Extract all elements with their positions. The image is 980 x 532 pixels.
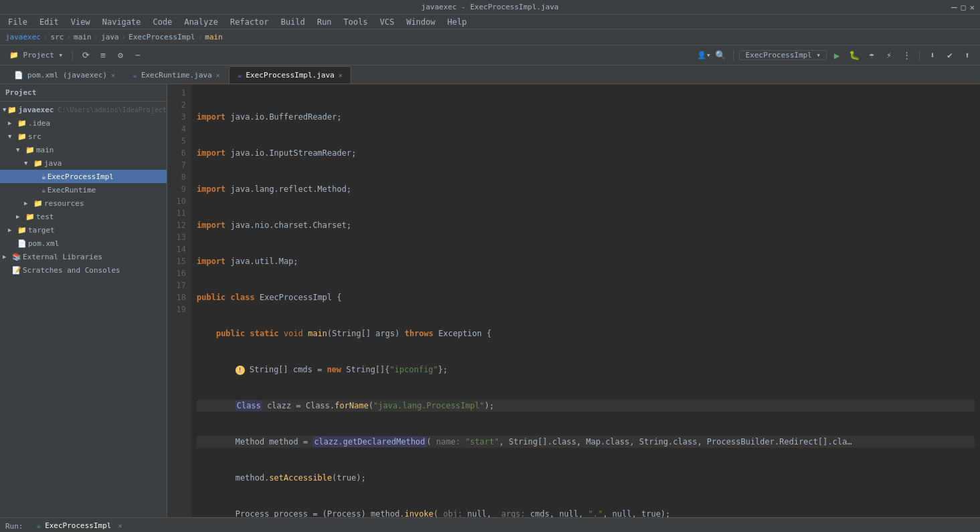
tree-label-test: test: [36, 213, 54, 221]
tree-src[interactable]: ▼ 📁 src: [0, 130, 167, 143]
menu-edit[interactable]: Edit: [34, 16, 64, 28]
sync-btn[interactable]: ⟳: [78, 48, 93, 63]
bottom-tabs: Run: ☕ ExecProcessImpl ✕: [0, 518, 980, 532]
window-controls[interactable]: ─ □ ✕: [951, 0, 975, 15]
search-everywhere-btn[interactable]: 🔍: [713, 48, 728, 63]
toolbar: 📁 Project ▾ ⟳ ≡ ⚙ − 👤▾ 🔍 ExecProcessImpl…: [0, 45, 980, 65]
tree-javaexec[interactable]: ▼ 📁 javaexec C:\Users\admins\IdeaProject…: [0, 103, 167, 116]
toolbar-sep-2: [733, 50, 734, 61]
tree-test[interactable]: ▶ 📁 test: [0, 210, 167, 223]
coverage-btn[interactable]: ☂: [864, 48, 879, 63]
menu-analyze[interactable]: Analyze: [179, 16, 223, 28]
menu-vcs[interactable]: VCS: [375, 16, 400, 28]
java-icon-execruntime: ☕: [41, 186, 46, 194]
menu-window[interactable]: Window: [401, 16, 440, 28]
profile-btn[interactable]: ⚡: [882, 48, 896, 63]
tab-pom[interactable]: 📄 pom.xml (javaexec) ✕: [5, 66, 124, 84]
vcs-commit-btn[interactable]: ✔: [943, 48, 957, 63]
tab-execruntime[interactable]: ☕ ExecRuntime.java ✕: [124, 66, 229, 84]
tab-pom-close[interactable]: ✕: [111, 72, 115, 79]
code-line-10: Method method = clazz.getDeclaredMethod(…: [197, 436, 975, 448]
tree-label-src: src: [28, 132, 41, 141]
run-tab-close[interactable]: ✕: [118, 522, 122, 529]
breadcrumb-main[interactable]: main: [74, 33, 92, 41]
title-text: javaexec - ExecProcessImpl.java: [421, 3, 559, 11]
code-line-1: import java.io.BufferedReader;: [197, 111, 975, 123]
code-line-8: ! String[] cmds = new String[]{"ipconfig…: [197, 364, 975, 376]
ln-4: 4: [167, 123, 186, 135]
vcs-push-btn[interactable]: ⬆: [960, 48, 975, 63]
tree-arrow-test: ▶: [16, 213, 24, 220]
menu-file[interactable]: File: [3, 16, 33, 28]
more-run-btn[interactable]: ⋮: [899, 48, 914, 63]
tab-execprocessimpl[interactable]: ☕ ExecProcessImpl.java ✕: [229, 66, 351, 84]
menu-code[interactable]: Code: [148, 16, 178, 28]
minimize-icon[interactable]: ─: [951, 2, 957, 13]
tree-java[interactable]: ▼ 📁 java: [0, 156, 167, 170]
tree-ext-libs[interactable]: ▶ 📚 External Libraries: [0, 250, 167, 263]
sidebar-header: Project: [0, 84, 167, 102]
ln-13: 13: [167, 231, 186, 243]
tab-execprocessimpl-close[interactable]: ✕: [338, 72, 342, 79]
tree-arrow-idea: ▶: [8, 120, 16, 126]
code-scroll[interactable]: 1 2 3 4 5 ▶ 6 ▶ 7 8 9 10 11 12 13 14: [167, 84, 980, 517]
breadcrumb-src[interactable]: src: [51, 33, 64, 41]
ln-10: 10: [167, 195, 186, 207]
breadcrumb-bar: javaexec › src › main › java › ExecProce…: [0, 29, 980, 45]
collapse-all-btn[interactable]: ≡: [96, 48, 110, 63]
ln-18: ▼ 18: [167, 291, 186, 303]
tree-label-extlibs: External Libraries: [23, 253, 102, 261]
breadcrumb-javaexec[interactable]: javaexec: [5, 33, 41, 41]
menu-tools[interactable]: Tools: [338, 16, 373, 28]
menu-build[interactable]: Build: [276, 16, 310, 28]
tree-label-resources: resources: [44, 199, 84, 208]
code-line-11: method.setAccessible(true);: [197, 472, 975, 484]
menu-view[interactable]: View: [66, 16, 96, 28]
tree-resources[interactable]: ▶ 📁 resources: [0, 196, 167, 210]
tree-arrow-main: ▼: [16, 146, 24, 153]
breadcrumb-method[interactable]: main: [205, 33, 223, 41]
tree-target[interactable]: ▶ 📁 target: [0, 223, 167, 237]
line-numbers: 1 2 3 4 5 ▶ 6 ▶ 7 8 9 10 11 12 13 14: [167, 84, 191, 517]
warning-bulb-icon[interactable]: !: [235, 366, 245, 375]
code-line-7: public static void main(String[] args) t…: [197, 327, 975, 340]
settings-btn[interactable]: ⚙: [113, 48, 128, 63]
tree-pom[interactable]: 📄 pom.xml: [0, 237, 167, 250]
main-layout: Project ▼ 📁 javaexec C:\Users\admins\Ide…: [0, 84, 980, 517]
tree-execruntime[interactable]: ☕ ExecRuntime: [0, 183, 167, 196]
project-dropdown[interactable]: 📁 Project ▾: [5, 48, 67, 63]
code-line-6: public class ExecProcessImpl {: [197, 291, 975, 303]
breadcrumb-java[interactable]: java: [101, 33, 119, 41]
debug-btn[interactable]: 🐛: [847, 48, 862, 63]
menu-run[interactable]: Run: [312, 16, 337, 28]
menu-navigate[interactable]: Navigate: [97, 16, 146, 28]
tree-arrow-javaexec: ▼: [3, 106, 6, 113]
breadcrumb-class[interactable]: ExecProcessImpl: [128, 33, 195, 41]
code-line-5: import java.util.Map;: [197, 255, 975, 267]
ln-17: ▼ 17: [167, 279, 186, 291]
bottom-tab-execprocessimpl[interactable]: ☕ ExecProcessImpl ✕: [29, 518, 130, 533]
menu-help[interactable]: Help: [442, 16, 472, 28]
code-content[interactable]: import java.io.BufferedReader; import ja…: [191, 84, 980, 517]
tree-idea[interactable]: ▶ 📁 .idea: [0, 116, 167, 130]
tree-label-execprocessimpl: ExecProcessImpl: [47, 172, 114, 181]
run-label: Run:: [0, 522, 29, 531]
execprocessimpl-icon: ☕: [237, 71, 242, 80]
account-icon[interactable]: 👤▾: [697, 51, 711, 59]
run-btn[interactable]: ▶: [829, 48, 844, 63]
tree-scratches[interactable]: 📝 Scratches and Consoles: [0, 263, 167, 277]
tree-label-pom: pom.xml: [28, 239, 59, 248]
tree-main[interactable]: ▼ 📁 main: [0, 143, 167, 156]
hide-btn[interactable]: −: [130, 48, 145, 63]
tab-execruntime-close[interactable]: ✕: [216, 72, 220, 79]
close-icon[interactable]: ✕: [970, 3, 975, 12]
toolbar-sep-1: [72, 50, 73, 61]
tree-execprocessimpl[interactable]: ☕ ExecProcessImpl: [0, 170, 167, 183]
bottom-panel: Run: ☕ ExecProcessImpl ✕ ▶ ◼ ⚙ ⬇ ⬆ ↵ 🖨 🗑…: [0, 517, 980, 532]
vcs-update-btn[interactable]: ⬇: [925, 48, 940, 63]
maximize-icon[interactable]: □: [961, 3, 966, 12]
tree-label-java: java: [44, 159, 62, 168]
build-config-dropdown[interactable]: ExecProcessImpl ▾: [739, 50, 827, 60]
menu-refactor[interactable]: Refactor: [225, 16, 274, 28]
tree-arrow-extlibs: ▶: [3, 253, 11, 260]
